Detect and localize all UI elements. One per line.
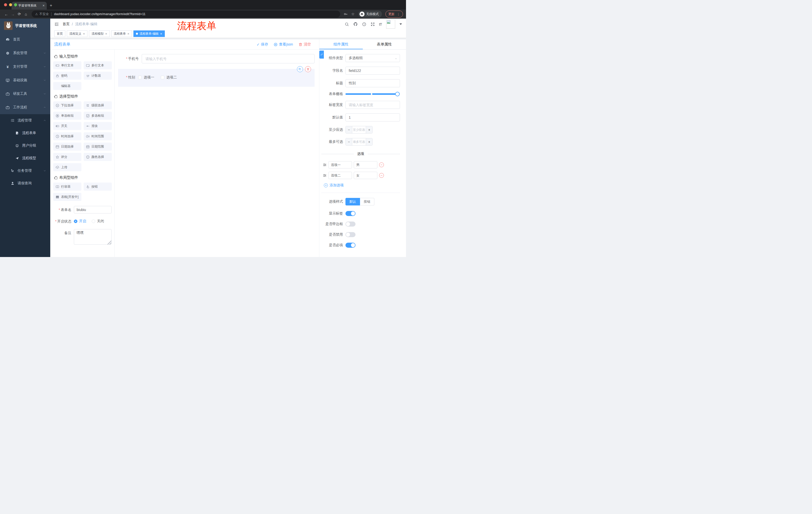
close-window-button[interactable]	[4, 3, 7, 6]
palette-item-editor[interactable]: 编辑器	[53, 82, 81, 90]
palette-item-time-picker[interactable]: 时间选择	[53, 132, 81, 140]
palette-item-row-container[interactable]: 行容器	[53, 183, 81, 191]
tag-close-icon[interactable]: ✕	[105, 32, 107, 35]
tag-close-icon[interactable]: ✕	[160, 32, 162, 35]
reload-icon[interactable]: ⟳	[16, 12, 23, 16]
clear-button[interactable]: 清空	[298, 42, 311, 47]
tag-process-definition[interactable]: 流程定义✕	[67, 30, 87, 37]
home-icon[interactable]: ⌂	[23, 12, 29, 16]
palette-item-single-text[interactable]: 单行文本	[53, 61, 81, 70]
show-label-toggle[interactable]	[345, 211, 355, 216]
palette-item-switch[interactable]: 开关	[53, 122, 81, 130]
bookmark-star-icon[interactable]: ☆	[351, 12, 354, 16]
palette-item-date-picker[interactable]: 日期选择	[53, 142, 81, 151]
sidebar-item-task-management[interactable]: 任务管理	[0, 164, 50, 177]
sidebar-item-system[interactable]: 系统管理	[0, 46, 50, 60]
sidebar-item-payment[interactable]: ¥ 支付管理	[0, 60, 50, 74]
avatar-caret-icon[interactable]	[400, 23, 402, 25]
save-button[interactable]: ✓ 保存	[257, 42, 268, 47]
option-value-input[interactable]	[354, 161, 377, 168]
avatar[interactable]	[386, 20, 395, 29]
style-default-button[interactable]: 默认	[345, 198, 360, 206]
slider-handle[interactable]	[395, 92, 400, 96]
palette-item-password[interactable]: 密码	[53, 72, 81, 80]
tag-home[interactable]: 首页	[54, 30, 65, 37]
sidebar-item-workflow[interactable]: 工作流程	[0, 101, 50, 114]
form-grid-slider[interactable]	[345, 93, 398, 95]
status-radio-on[interactable]: 开启	[74, 219, 86, 223]
search-icon[interactable]	[345, 22, 349, 26]
drag-handle-icon[interactable]	[323, 163, 327, 167]
palette-item-color-picker[interactable]: 颜色选择	[84, 153, 112, 161]
chrome-menu-icon[interactable]: ⋮	[397, 12, 400, 16]
forward-icon[interactable]: →	[9, 12, 16, 16]
title-input[interactable]	[345, 79, 400, 87]
form-canvas[interactable]: 手机号	[115, 50, 319, 257]
fullscreen-icon[interactable]	[371, 22, 375, 26]
gender-option-1-checkbox[interactable]: 选项一	[138, 75, 154, 80]
tag-close-icon[interactable]: ✕	[127, 32, 129, 35]
sidebar-item-leave-query[interactable]: 请假查询	[0, 177, 50, 190]
palette-item-select[interactable]: 下拉选择	[53, 101, 81, 109]
sidebar-item-process-model[interactable]: 流程模型	[0, 152, 50, 164]
tag-process-model[interactable]: 流程模型✕	[89, 30, 110, 37]
palette-item-counter[interactable]: 123计数器	[84, 72, 112, 80]
remove-option-button[interactable]: −	[379, 173, 384, 178]
stepper-decrease-button[interactable]: −	[346, 126, 352, 133]
tab-component-props[interactable]: 组件属性	[319, 39, 363, 49]
sidebar-item-devtools[interactable]: 研发工具	[0, 87, 50, 101]
link-handle[interactable]	[319, 51, 324, 59]
canvas-field-phone[interactable]: 手机号	[118, 54, 315, 63]
palette-item-time-range[interactable]: 时间范围	[84, 132, 112, 140]
with-border-toggle[interactable]	[345, 221, 355, 226]
tab-form-props[interactable]: 表单属性	[363, 39, 406, 49]
breadcrumb-home[interactable]: 首页	[63, 22, 69, 26]
palette-item-checkbox-group[interactable]: 多选框组	[84, 112, 112, 120]
add-option-button[interactable]: + 添加选项	[324, 183, 400, 188]
tag-close-icon[interactable]: ✕	[83, 32, 85, 35]
sidebar-item-home[interactable]: 首页	[0, 33, 50, 46]
label-width-input[interactable]	[345, 101, 400, 109]
palette-item-rate[interactable]: 评分	[53, 153, 81, 161]
phone-input[interactable]	[142, 54, 315, 63]
palette-item-button[interactable]: 按钮	[84, 183, 112, 191]
copy-component-button[interactable]	[297, 66, 303, 72]
password-key-icon[interactable]	[344, 12, 348, 16]
address-bar[interactable]: ⚠ 不安全 dashboard.yudao.iocoder.cn/bpm/man…	[32, 10, 340, 18]
macos-traffic-lights[interactable]	[4, 3, 17, 6]
field-name-input[interactable]	[345, 66, 400, 75]
disabled-toggle[interactable]	[345, 232, 355, 237]
minimize-window-button[interactable]	[9, 3, 12, 6]
back-icon[interactable]: ←	[3, 12, 9, 16]
palette-item-date-range[interactable]: 日期范围	[84, 142, 112, 151]
zoom-window-button[interactable]	[14, 3, 17, 6]
gender-option-2-checkbox[interactable]: 选项二	[161, 75, 177, 80]
sidebar-item-user-group[interactable]: 用户分组	[0, 139, 50, 152]
style-button-button[interactable]: 按钮	[360, 198, 374, 206]
delete-component-button[interactable]	[305, 66, 311, 72]
form-remark-textarea[interactable]: 嘿嘿	[74, 229, 112, 245]
sidebar-item-process-management[interactable]: 流程管理	[0, 114, 50, 127]
remove-option-button[interactable]: −	[379, 162, 384, 167]
canvas-field-gender-selected[interactable]: 性别 选项一 选项二	[118, 69, 315, 87]
palette-item-cascader[interactable]: 级联选择	[84, 101, 112, 109]
view-json-button[interactable]: 查看json	[273, 42, 293, 47]
tab-close-icon[interactable]: ✕	[42, 4, 45, 7]
required-toggle[interactable]	[345, 243, 355, 248]
chrome-update-button[interactable]: 更新 ⋮	[385, 10, 403, 18]
github-icon[interactable]	[353, 22, 358, 26]
sidebar-item-process-form[interactable]: 流程表单	[0, 127, 50, 139]
stepper-increase-button[interactable]: +	[366, 126, 372, 133]
new-tab-button[interactable]: +	[50, 3, 52, 8]
collapse-menu-icon[interactable]	[54, 22, 59, 27]
stepper-increase-button[interactable]: +	[366, 138, 372, 145]
palette-item-radio-group[interactable]: 单选框组	[53, 112, 81, 120]
palette-item-slider[interactable]: 滑块	[84, 122, 112, 130]
default-value-input[interactable]	[345, 113, 400, 121]
option-label-input[interactable]	[328, 161, 352, 168]
stepper-decrease-button[interactable]: −	[346, 138, 352, 145]
palette-item-table[interactable]: 表格[开发中]	[53, 193, 81, 201]
drag-handle-icon[interactable]	[323, 173, 327, 177]
form-name-input[interactable]	[74, 206, 112, 214]
help-icon[interactable]: ?	[362, 22, 366, 26]
